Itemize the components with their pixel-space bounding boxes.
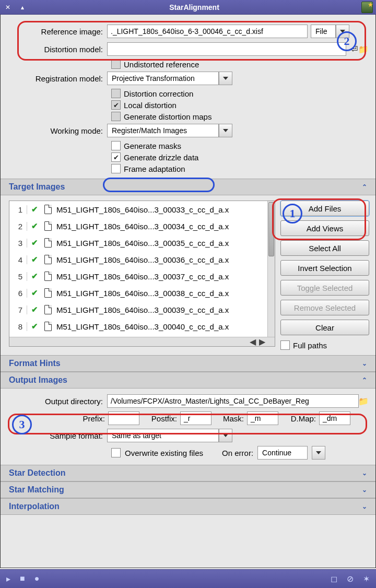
undistorted-checkbox (111, 60, 121, 69)
window-icon[interactable]: ◻ (331, 574, 337, 584)
cross-icon[interactable]: ✶ (363, 574, 370, 584)
distortion-model-input[interactable] (107, 42, 346, 56)
onerror-dropdown[interactable] (312, 446, 325, 460)
table-row[interactable]: 5✔M51_LIGHT_180s_640iso...3_00037_c_cc_d… (9, 268, 275, 285)
sample-format-select[interactable]: Same as target (107, 429, 219, 442)
distortion-corr-checkbox[interactable] (111, 89, 121, 98)
gen-masks-checkbox[interactable] (111, 141, 121, 150)
clear-button[interactable]: Clear (280, 320, 369, 335)
dmap-input[interactable]: _dm (319, 411, 350, 425)
section-output-images[interactable]: Output Images ⌃ (1, 372, 375, 389)
distortion-label: Distortion model: (8, 45, 107, 54)
document-icon (44, 305, 52, 314)
invert-selection-button[interactable]: Invert Selection (280, 260, 369, 276)
document-icon (44, 205, 52, 214)
section-format-hints[interactable]: Format Hints ⌄ (1, 355, 375, 372)
sample-format-dropdown[interactable] (219, 429, 232, 442)
form-area: Reference image: ._LIGHT_180s_640iso_6-3… (1, 15, 375, 179)
section-star-matching[interactable]: Star Matching⌄ (1, 481, 375, 498)
frame-adapt-checkbox[interactable] (111, 164, 121, 173)
table-row[interactable]: 6✔M51_LIGHT_180s_640iso...3_00038_c_cc_d… (9, 285, 275, 301)
document-icon (44, 238, 52, 248)
table-row[interactable]: 8✔M51_LIGHT_180s_640iso...3_00040_c_cc_d… (9, 318, 275, 335)
output-dir-input[interactable]: /Volumes/FCPX/Astro_Master/Lights_Cal_CC… (107, 394, 359, 408)
section-target-images[interactable]: Target Images ⌃ (1, 179, 375, 195)
document-icon (44, 221, 52, 231)
collapse-icon: ⌃ (362, 183, 367, 191)
select-all-button[interactable]: Select All (280, 240, 369, 256)
table-row[interactable]: 4✔M51_LIGHT_180s_640iso...3_00036_c_cc_d… (9, 251, 275, 268)
table-row[interactable]: 1✔M51_LIGHT_180s_640iso...3_00033_c_cc_d… (9, 201, 275, 218)
working-mode-select[interactable]: Register/Match Images (107, 124, 219, 137)
enter-icon[interactable]: ⏎ (349, 44, 359, 54)
expand-icon: ⌄ (362, 360, 367, 367)
overwrite-checkbox[interactable] (111, 448, 121, 457)
add-files-button[interactable]: Add Files (280, 201, 369, 216)
remove-selected-button: Remove Selected (280, 300, 369, 315)
close-icon[interactable]: ✕ (3, 3, 13, 12)
reference-image-input[interactable]: ._LIGHT_180s_640iso_6-3_00046_c_cc_d.xis… (107, 25, 308, 38)
apply-icon[interactable] (361, 2, 373, 13)
gen-drizzle-checkbox[interactable] (111, 152, 121, 162)
table-row[interactable]: 3✔M51_LIGHT_180s_640iso...3_00035_c_cc_d… (9, 234, 275, 251)
section-star-detection[interactable]: Star Detection⌄ (1, 465, 375, 481)
document-icon (44, 255, 52, 264)
scrollbar-v[interactable] (267, 201, 275, 337)
toggle-selected-button: Toggle Selected (280, 280, 369, 296)
footer-bar: ▸ ■ ● ◻ ⊘ ✶ (0, 569, 376, 588)
working-mode-label: Working mode: (8, 126, 107, 135)
add-views-button[interactable]: Add Views (280, 220, 369, 236)
table-row[interactable]: 7✔M51_LIGHT_180s_640iso...3_00039_c_cc_d… (9, 301, 275, 318)
local-distortion-checkbox (111, 100, 121, 110)
working-mode-dropdown[interactable] (219, 124, 232, 137)
main-panel: 2 Reference image: ._LIGHT_180s_640iso_6… (0, 15, 376, 568)
document-icon (44, 288, 52, 298)
reference-label: Reference image: (8, 27, 107, 36)
document-icon (44, 272, 52, 281)
sample-format-label: Sample format: (8, 431, 107, 440)
file-list: 1✔M51_LIGHT_180s_640iso...3_00033_c_cc_d… (9, 201, 275, 347)
section-interpolation[interactable]: Interpolation⌄ (1, 498, 375, 515)
onerror-select[interactable]: Continue (257, 446, 308, 460)
reg-model-label: Registration model: (8, 74, 107, 83)
folder-icon[interactable]: 📁 (359, 44, 368, 54)
record-icon[interactable]: ● (34, 574, 40, 584)
reg-model-select[interactable]: Projective Transformation (107, 72, 219, 85)
folder-browse-icon[interactable]: 📁 (359, 396, 368, 406)
table-row[interactable]: 2✔M51_LIGHT_180s_640iso...3_00034_c_cc_d… (9, 218, 275, 234)
mask-input[interactable]: _m (247, 411, 278, 425)
document-icon (44, 322, 52, 331)
full-paths-checkbox[interactable] (280, 340, 290, 350)
reference-source-select[interactable]: File (311, 25, 336, 38)
apply-run-icon[interactable]: ▸ (6, 574, 10, 584)
stop-icon[interactable]: ■ (20, 574, 25, 584)
reference-source-dropdown[interactable] (336, 25, 349, 38)
gen-maps-checkbox (111, 112, 121, 121)
minimize-icon[interactable]: ▴ (18, 3, 27, 12)
reg-model-dropdown[interactable] (219, 72, 232, 85)
window-title: StarAlignment (27, 3, 361, 11)
reset-icon[interactable]: ⊘ (347, 574, 354, 584)
titlebar: ✕ ▴ StarAlignment (0, 0, 376, 15)
postfix-input[interactable]: _r (180, 411, 212, 425)
scrollbar-h[interactable]: ◀▶ (9, 337, 275, 346)
output-dir-label: Output directory: (8, 397, 107, 406)
prefix-input[interactable] (108, 411, 139, 425)
undistorted-label: Undistorted reference (124, 60, 199, 69)
collapse-icon: ⌃ (362, 377, 367, 384)
